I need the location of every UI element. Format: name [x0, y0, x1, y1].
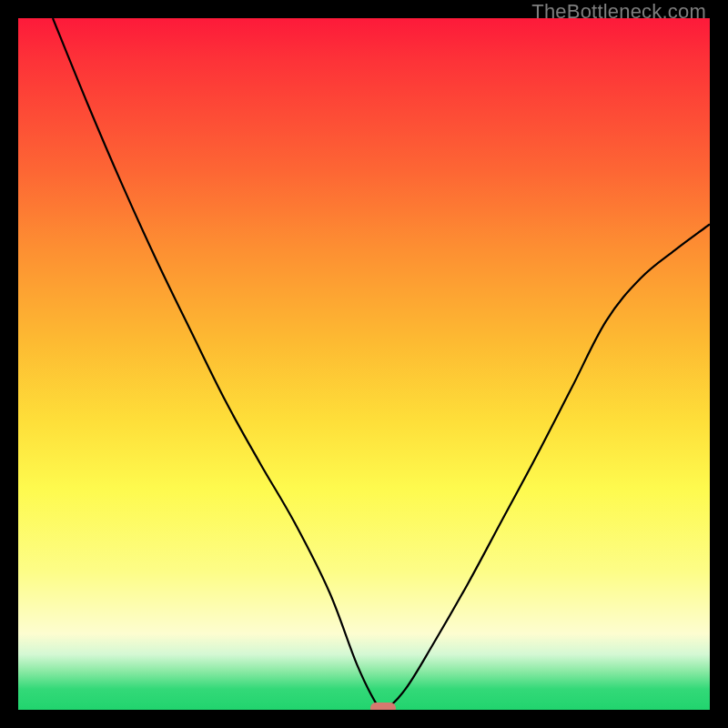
plot-area — [18, 18, 710, 710]
chart-frame: TheBottleneck.com — [0, 0, 728, 728]
watermark-text: TheBottleneck.com — [531, 0, 706, 24]
bottleneck-curve — [18, 18, 710, 710]
optimum-marker-icon — [370, 703, 396, 710]
curve-path — [53, 18, 710, 710]
